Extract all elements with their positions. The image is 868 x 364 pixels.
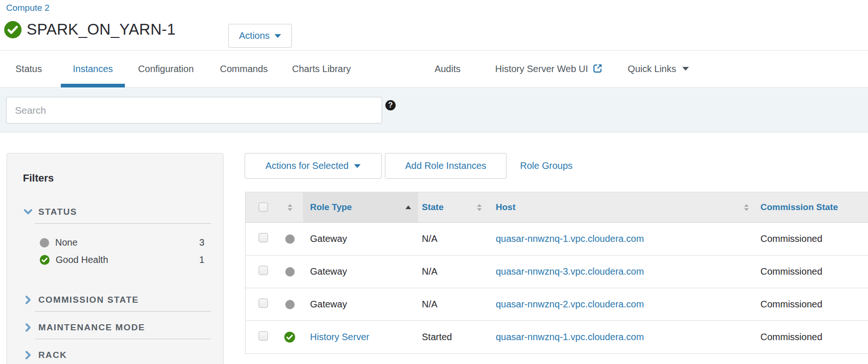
role-groups-link[interactable]: Role Groups [520,153,572,179]
commission-state-column-header[interactable]: Commission State [756,192,868,222]
actions-for-selected-label: Actions for Selected [266,160,349,171]
tab-label: History Server Web UI [495,64,588,74]
search-section: ? [0,88,868,132]
column-label: Commission State [760,202,838,212]
select-all-cell [246,192,276,222]
tab-label: Instances [73,64,113,74]
sort-icon [744,204,749,211]
breadcrumb[interactable]: Compute 2 [6,3,50,13]
add-role-instances-label: Add Role Instances [405,160,486,171]
tab-label: Commands [220,64,268,74]
status-column-header[interactable] [276,192,303,222]
column-label: Host [496,202,515,212]
filter-item-count: 3 [199,237,204,248]
filter-section-maintenance-mode-header[interactable]: MAINTENANCE MODE [23,322,211,333]
caret-down-icon [275,34,281,38]
tab-label: Charts Library [292,64,351,74]
column-label: Role Type [310,202,352,212]
tab-quick-links[interactable]: Quick Links [615,51,701,87]
filter-item-count: 1 [199,255,204,265]
tab-commands[interactable]: Commands [208,51,280,87]
external-link-icon [592,63,603,74]
good-health-icon [40,255,50,265]
filter-section-commission-state: COMMISSION STATE [23,295,211,312]
row-checkbox[interactable] [259,331,268,341]
column-label: State [422,202,443,212]
host-column-header[interactable]: Host [490,192,756,222]
host-link[interactable]: quasar-nnwznq-1.vpc.cloudera.com [496,233,644,244]
host-link[interactable]: quasar-nnwznq-2.vpc.cloudera.com [496,299,644,309]
tab-configuration[interactable]: Configuration [126,51,206,87]
sort-ascending-icon [405,205,411,209]
filter-section-rack-header[interactable]: RACK [23,350,211,360]
search-input[interactable] [6,97,382,124]
tab-status[interactable]: Status [3,51,54,87]
state-cell: N/A [418,233,490,244]
commission-state-cell: Commissioned [756,299,868,310]
none-status-icon [285,234,295,244]
filter-section-label: RACK [38,350,67,360]
divider [35,223,211,224]
filter-section-label: COMMISSION STATE [38,295,139,305]
tab-audits[interactable]: Audits [422,51,473,87]
filter-item-good-health[interactable]: Good Health 1 [40,251,211,269]
tab-instances[interactable]: Instances [61,51,125,87]
table-header-row: Role Type State Host Commission State [246,192,868,223]
filter-section-maintenance-mode: MAINTENANCE MODE [23,322,211,339]
tab-label: Configuration [138,64,194,74]
filters-title: Filters [23,172,211,184]
role-instances-table: Role Type State Host Commission State Ga… [245,192,868,354]
actions-button[interactable]: Actions [228,24,292,48]
commission-state-cell: Commissioned [756,266,868,277]
row-checkbox[interactable] [259,233,268,242]
state-cell: Started [418,332,490,342]
host-link[interactable]: quasar-nnwznq-3.vpc.cloudera.com [496,266,644,277]
table-row: History Server Started quasar-nnwznq-1.v… [246,321,868,354]
filter-section-commission-state-header[interactable]: COMMISSION STATE [23,295,211,305]
actions-for-selected-button[interactable]: Actions for Selected [245,153,382,179]
good-health-status-icon [4,21,22,38]
state-cell: N/A [418,299,490,310]
filter-item-label: None [55,237,78,248]
page-title: SPARK_ON_YARN-1 [27,21,176,38]
add-role-instances-button[interactable]: Add Role Instances [385,153,506,179]
caret-down-icon [354,164,361,168]
filter-section-status: STATUS None 3 Good Health 1 [23,207,211,269]
commission-state-cell: Commissioned [756,233,868,244]
tab-history-server-web-ui[interactable]: History Server Web UI [483,51,616,87]
host-link[interactable]: quasar-nnwznq-1.vpc.cloudera.com [496,332,644,342]
filter-section-label: STATUS [38,207,77,217]
chevron-down-icon [23,207,33,217]
tab-charts-library[interactable]: Charts Library [280,51,363,87]
table-row: Gateway N/A quasar-nnwznq-1.vpc.cloudera… [246,223,868,255]
divider [35,311,211,312]
caret-down-icon [682,67,689,71]
state-column-header[interactable]: State [418,192,490,222]
tab-bar: Status Instances Configuration Commands … [0,50,868,87]
tab-label: Audits [434,64,461,74]
filter-section-rack: RACK [23,350,211,364]
help-icon[interactable]: ? [385,100,396,110]
row-checkbox[interactable] [259,298,268,308]
filter-section-label: MAINTENANCE MODE [38,322,145,333]
role-type-cell: Gateway [303,233,418,244]
state-cell: N/A [418,266,490,277]
sort-icon [477,204,482,211]
role-type-cell: Gateway [303,266,418,277]
none-status-icon [285,300,295,309]
row-checkbox[interactable] [259,266,268,275]
commission-state-cell: Commissioned [756,332,868,342]
chevron-right-icon [23,295,33,305]
filter-section-status-header[interactable]: STATUS [23,207,211,217]
divider [35,339,211,339]
filter-item-none[interactable]: None 3 [40,234,211,251]
table-row: Gateway N/A quasar-nnwznq-2.vpc.cloudera… [246,288,868,321]
role-type-column-header[interactable]: Role Type [303,192,418,222]
filter-item-label: Good Health [56,255,108,265]
page-header: SPARK_ON_YARN-1 [4,21,176,38]
role-type-link[interactable]: History Server [310,332,369,342]
filters-panel: Filters STATUS None 3 Good Health 1 [7,153,224,364]
filter-items: None 3 Good Health 1 [40,234,211,269]
chevron-right-icon [23,350,33,360]
select-all-checkbox[interactable] [259,203,268,212]
